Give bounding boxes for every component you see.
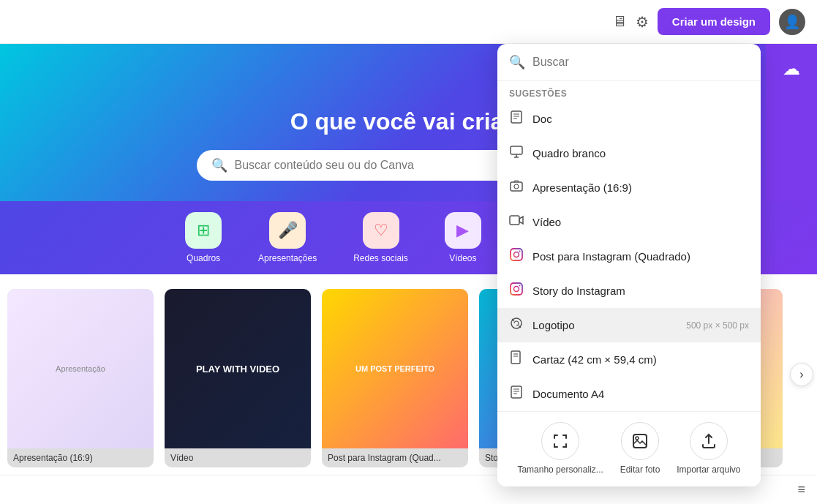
logotipo-icon: [509, 316, 524, 334]
svg-point-14: [514, 287, 519, 292]
editar-foto-button[interactable]: Editar foto: [620, 422, 660, 476]
hero-title: O que você vai criar?: [290, 108, 527, 135]
quadros-label: Quadros: [187, 253, 220, 263]
card-label-apresentacao: Apresentação (16:9): [7, 448, 154, 467]
svg-rect-7: [511, 182, 522, 191]
tamanho-button[interactable]: Tamanho personaliz...: [517, 422, 603, 476]
quadros-icon: ⊞: [197, 221, 210, 240]
card-img-post-instagram: UM POST PERFEITO: [322, 289, 468, 448]
svg-point-11: [514, 252, 519, 257]
resize-icon: [541, 422, 579, 460]
create-design-button[interactable]: Criar um design: [658, 8, 770, 35]
category-redes-sociais[interactable]: ♡ Redes sociais: [353, 212, 408, 263]
card-apresentacao[interactable]: Apresentação Apresentação (16:9): [7, 289, 154, 467]
dropdown-item-label-logotipo: Logotipo: [532, 319, 674, 331]
logotipo-sub-label: 500 px × 500 px: [686, 320, 749, 331]
dropdown-item-video[interactable]: Vídeo: [497, 205, 761, 239]
dropdown-section-title: Sugestões: [497, 81, 761, 102]
importar-label: Importar arquivo: [677, 464, 740, 476]
dropdown-actions: Tamanho personaliz... Editar foto Import…: [497, 411, 761, 486]
category-videos[interactable]: ▶ Vídeos: [445, 212, 481, 263]
doc-icon: [509, 110, 524, 128]
dropdown-item-label-apresentacao: Apresentação (16:9): [532, 181, 749, 194]
card-label-video: Vídeo: [165, 448, 311, 467]
category-apresentacoes[interactable]: 🎤 Apresentações: [258, 212, 317, 263]
dropdown-menu: 🔍 Sugestões Doc Quadro branco Apresentaç…: [497, 44, 761, 486]
svg-rect-20: [511, 386, 522, 398]
monitor-icon: [509, 144, 524, 162]
video-icon: [509, 213, 524, 231]
dropdown-search-bar[interactable]: 🔍: [497, 44, 761, 81]
videos-icon: ▶: [456, 221, 469, 240]
svg-rect-13: [511, 283, 522, 295]
redes-sociais-label: Redes sociais: [353, 253, 408, 263]
upload-file-icon: [690, 422, 728, 460]
monitor-button[interactable]: 🖥: [612, 13, 627, 30]
cartaz-icon: [509, 350, 524, 369]
photo-icon: [621, 422, 659, 460]
category-quadros[interactable]: ⊞ Quadros: [185, 212, 222, 263]
dropdown-item-label-doc: Doc: [532, 113, 749, 125]
apresentacoes-icon: 🎤: [278, 221, 298, 240]
svg-rect-4: [511, 146, 522, 154]
dropdown-item-label-documento: Documento A4: [532, 388, 749, 400]
svg-rect-9: [510, 216, 519, 225]
card-label-post-instagram: Post para Instagram (Quad...: [322, 448, 468, 467]
dropdown-item-quadro-branco[interactable]: Quadro branco: [497, 136, 761, 170]
svg-rect-24: [633, 435, 647, 448]
tamanho-label: Tamanho personaliz...: [517, 464, 603, 476]
dropdown-item-doc[interactable]: Doc: [497, 102, 761, 136]
svg-point-8: [514, 184, 519, 189]
svg-rect-0: [511, 111, 522, 123]
settings-button[interactable]: ⚙: [636, 13, 649, 31]
card-img-apresentacao: Apresentação: [7, 289, 154, 448]
dropdown-search-input[interactable]: [532, 56, 749, 69]
avatar[interactable]: 👤: [779, 9, 805, 35]
dropdown-item-story-instagram[interactable]: Story do Instagram: [497, 274, 761, 308]
dropdown-overlay: 🔍 Sugestões Doc Quadro branco Apresentaç…: [497, 44, 817, 504]
card-post-instagram[interactable]: UM POST PERFEITO Post para Instagram (Qu…: [322, 289, 468, 467]
svg-point-25: [636, 437, 639, 440]
dropdown-item-cartaz[interactable]: Cartaz (42 cm × 59,4 cm): [497, 342, 761, 377]
dropdown-search-icon: 🔍: [509, 54, 525, 70]
dropdown-item-documento-a4[interactable]: Documento A4: [497, 377, 761, 411]
dropdown-item-post-instagram[interactable]: Post para Instagram (Quadrado): [497, 239, 761, 274]
camera-icon: [509, 178, 524, 197]
svg-rect-10: [511, 249, 522, 260]
apresentacoes-label: Apresentações: [258, 253, 317, 263]
dropdown-item-apresentacao[interactable]: Apresentação (16:9): [497, 170, 761, 205]
dropdown-item-logotipo[interactable]: Logotipo 500 px × 500 px: [497, 308, 761, 342]
svg-point-15: [519, 285, 521, 287]
card-img-video: PLAY WITH VIDEO: [165, 289, 311, 448]
importar-button[interactable]: Importar arquivo: [677, 422, 740, 476]
card-video[interactable]: PLAY WITH VIDEO Vídeo: [165, 289, 311, 467]
documento-icon: [509, 385, 524, 403]
dropdown-item-label-cartaz: Cartaz (42 cm × 59,4 cm): [532, 353, 749, 366]
videos-label: Vídeos: [449, 253, 476, 263]
instagram-post-icon: [509, 247, 524, 266]
editar-foto-label: Editar foto: [620, 464, 660, 476]
dropdown-item-label-quadro: Quadro branco: [532, 147, 749, 159]
top-nav: 🖥 ⚙ Criar um design 👤: [0, 0, 817, 44]
hero-search-icon: 🔍: [211, 157, 227, 173]
dropdown-item-label-video: Vídeo: [532, 216, 749, 228]
redes-sociais-icon: ♡: [374, 221, 388, 240]
dropdown-item-label-post-instagram: Post para Instagram (Quadrado): [532, 250, 749, 263]
svg-point-12: [519, 251, 521, 252]
dropdown-item-label-story-instagram: Story do Instagram: [532, 285, 749, 297]
instagram-story-icon: [509, 282, 524, 300]
nav-icons: 🖥 ⚙ Criar um design 👤: [612, 8, 805, 35]
svg-rect-17: [511, 351, 520, 364]
